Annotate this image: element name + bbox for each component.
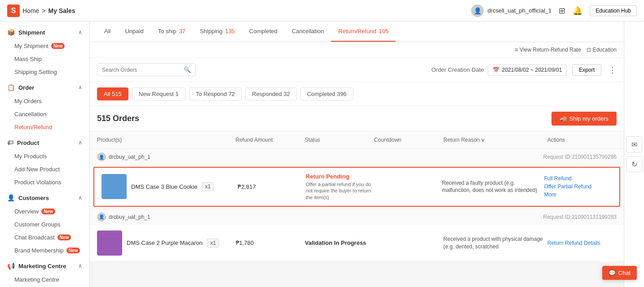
user-name: drcsell_uat_ph_official_1 xyxy=(487,7,551,14)
product-image-2 xyxy=(97,230,122,256)
ship-icon: 🚚 xyxy=(560,115,567,122)
sidebar-section-header-shipment[interactable]: 📦Shipment ∧ xyxy=(0,25,89,39)
nav-left: S Home > My Sales xyxy=(7,4,75,17)
return-refund-details-link[interactable]: Return Refund Details xyxy=(547,240,617,246)
education-link[interactable]: ⊡ Education xyxy=(587,47,617,53)
tab-shipping-count: 135 xyxy=(225,28,235,35)
tab-return-refund[interactable]: Return/Refund 105 xyxy=(331,22,396,42)
order-group-header-2: 👤 drcbuy_uat_ph_1 Request ID 21090113119… xyxy=(90,209,624,225)
sidebar-section-header-order[interactable]: 📋Order ∧ xyxy=(0,80,89,95)
export-button[interactable]: Export xyxy=(572,64,601,76)
envelope-icon-button[interactable]: ✉ xyxy=(626,136,642,152)
table-header: Product(s) Refund Amount Status Countdow… xyxy=(90,131,624,149)
buyer-avatar-2: 👤 xyxy=(97,213,106,222)
sidebar-item-customer-groups[interactable]: Customer Groups xyxy=(0,218,89,231)
sidebar-section-product: 🏷Product ∧ My Products Add New Product P… xyxy=(0,135,89,189)
sub-tab-to-respond[interactable]: To Respond 72 xyxy=(189,87,242,100)
col-return-reason: Return Reason ∨ xyxy=(443,135,547,145)
status-label-1: Return Pending xyxy=(306,173,374,180)
view-return-refund-rate-link[interactable]: ≡ View Return-Refund Rate xyxy=(515,47,581,53)
tab-all[interactable]: All xyxy=(97,22,118,42)
status-desc-1: Offer a partial refund if you do not req… xyxy=(306,181,374,200)
sidebar-item-chat-broadcast[interactable]: Chat Broadcast New xyxy=(0,231,89,244)
col-status: Status xyxy=(305,135,374,145)
qty-badge-1: x1 xyxy=(202,182,214,191)
sidebar-section-header-marketing[interactable]: 📢Marketing Centre ∧ xyxy=(0,259,89,273)
chevron-up-icon-marketing: ∧ xyxy=(78,263,82,269)
product-icon: 🏷 xyxy=(7,139,13,146)
full-refund-link[interactable]: Full Refund xyxy=(544,175,612,182)
ship-btn-label: Ship my orders xyxy=(569,115,609,122)
chat-icon: 💬 xyxy=(609,270,616,276)
offer-partial-refund-link[interactable]: Offer Partial Refund xyxy=(544,183,612,190)
education-hub-button[interactable]: Education Hub xyxy=(590,5,637,16)
tab-unpaid[interactable]: Unpaid xyxy=(118,22,150,42)
sidebar-item-label: Overview xyxy=(14,208,39,215)
order-row-2: DMS Case 2 Purple Macaron x1 ₱1,780 Vali… xyxy=(90,225,624,261)
sub-tab-bar: All 515 New Request 1 To Respond 72 Resp… xyxy=(90,82,624,106)
tab-cancellation[interactable]: Cancellation xyxy=(285,22,331,42)
sidebar-section-header-customers[interactable]: 👤Customers ∧ xyxy=(0,191,89,205)
sidebar-section-customers: 👤Customers ∧ Overview New Customer Group… xyxy=(0,191,89,257)
sub-tab-new-request[interactable]: New Request 1 xyxy=(132,87,185,100)
sidebar-item-overview[interactable]: Overview New xyxy=(0,205,89,218)
sidebar-section-header-product[interactable]: 🏷Product ∧ xyxy=(0,135,89,150)
sidebar-item-product-violations[interactable]: Product Violations xyxy=(0,176,89,189)
sidebar-item-label: Customer Groups xyxy=(14,221,61,228)
sidebar-item-my-products[interactable]: My Products xyxy=(0,150,89,163)
product-cell-1: DMS Case 3 Blue Cookie x1 xyxy=(101,174,238,199)
orders-header: 515 Orders 🚚 Ship my orders xyxy=(90,106,624,131)
product-cell-2: DMS Case 2 Purple Macaron x1 xyxy=(97,230,236,256)
bell-icon[interactable]: 🔔 xyxy=(573,6,582,16)
shopee-logo: S xyxy=(7,4,20,17)
product-name-1: DMS Case 3 Blue Cookie xyxy=(131,183,197,190)
tab-to-ship[interactable]: To ship 37 xyxy=(151,22,193,42)
order-icon: 📋 xyxy=(7,84,15,91)
refresh-icon-button[interactable]: ↻ xyxy=(626,156,642,172)
grid-icon[interactable]: ⊞ xyxy=(559,6,565,16)
sidebar-item-brand-membership[interactable]: Brand Membership New xyxy=(0,244,89,257)
ship-my-orders-button[interactable]: 🚚 Ship my orders xyxy=(551,112,617,126)
sidebar-item-marketing-centre[interactable]: Marketing Centre xyxy=(0,273,89,286)
avatar: 👤 xyxy=(471,4,484,17)
sidebar-item-label: Return/Refund xyxy=(14,124,53,130)
sidebar-item-my-orders[interactable]: My Orders xyxy=(0,95,89,108)
buyer-avatar-1: 👤 xyxy=(97,152,106,161)
main-layout: 📦Shipment ∧ My Shipment New Mass Ship Sh… xyxy=(0,22,644,287)
sidebar-item-shipping-setting[interactable]: Shipping Setting xyxy=(0,65,89,78)
chat-btn-label: Chat xyxy=(618,270,631,276)
education-icon: ⊡ xyxy=(587,47,591,53)
side-icon-panel: ✉ ↻ xyxy=(624,22,644,287)
sub-tab-completed[interactable]: Completed 396 xyxy=(300,87,353,100)
page-title: My Sales xyxy=(49,7,75,14)
more-link-1[interactable]: More xyxy=(544,191,612,198)
sidebar-section-marketing: 📢Marketing Centre ∧ Marketing Centre Sho… xyxy=(0,259,89,287)
chat-button[interactable]: 💬 Chat xyxy=(602,266,637,280)
search-input[interactable] xyxy=(102,67,184,73)
sidebar-item-return-refund[interactable]: Return/Refund xyxy=(0,121,89,134)
sidebar-section-order: 📋Order ∧ My Orders Cancellation Return/R… xyxy=(0,80,89,134)
sub-tab-responded[interactable]: Responded 32 xyxy=(245,87,297,100)
sidebar-item-my-shipment[interactable]: My Shipment New xyxy=(0,39,89,52)
request-id-1: Request ID 210901135799286 xyxy=(543,154,617,160)
order-group-header-1: 👤 drcbuy_uat_ph_1 Request ID 21090113579… xyxy=(90,149,624,165)
sub-tab-all[interactable]: All 515 xyxy=(97,87,128,100)
tab-to-ship-count: 37 xyxy=(179,28,185,35)
sidebar: 📦Shipment ∧ My Shipment New Mass Ship Sh… xyxy=(0,22,90,287)
search-box[interactable]: 🔍 xyxy=(97,63,196,76)
sidebar-item-mass-ship[interactable]: Mass Ship xyxy=(0,52,89,65)
home-link[interactable]: Home xyxy=(22,7,39,14)
actions-col-2: Return Refund Details xyxy=(547,240,617,246)
sidebar-section-label-shipment: Shipment xyxy=(18,29,45,36)
new-badge-chat: New xyxy=(57,235,71,240)
sidebar-item-label: Product Violations xyxy=(14,179,62,186)
product-name-2: DMS Case 2 Purple Macaron xyxy=(127,239,203,246)
date-filter-label: Order Creation Date xyxy=(431,66,484,73)
tab-shipping[interactable]: Shipping 135 xyxy=(193,22,242,42)
sidebar-item-add-new-product[interactable]: Add New Product xyxy=(0,163,89,176)
more-options-icon[interactable]: ⋮ xyxy=(609,65,617,75)
sidebar-item-cancellation[interactable]: Cancellation xyxy=(0,108,89,121)
tab-completed[interactable]: Completed xyxy=(242,22,285,42)
customers-icon: 👤 xyxy=(7,194,15,201)
date-picker[interactable]: 📅 2021/08/02 ~ 2021/09/01 xyxy=(488,64,567,76)
